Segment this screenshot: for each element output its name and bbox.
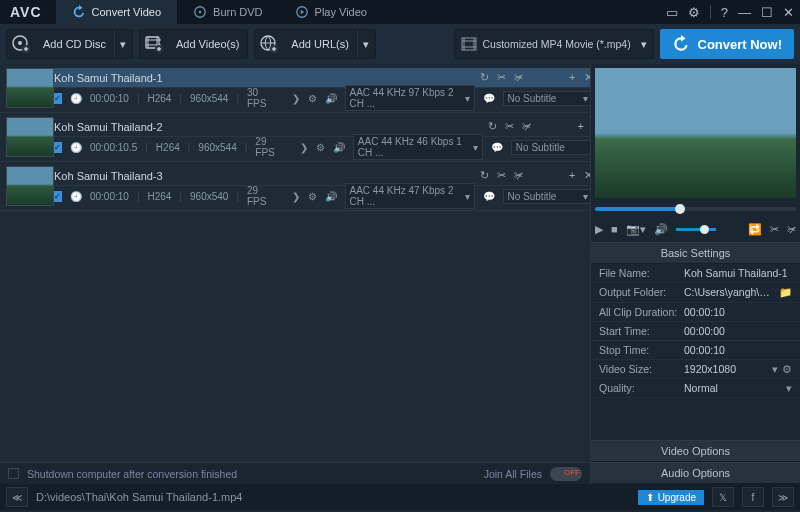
loop-icon[interactable]: ↻ <box>480 169 489 182</box>
trim-icon[interactable]: ✂̷ <box>787 223 796 236</box>
video-res: 960x544 <box>198 142 236 153</box>
help-icon[interactable]: ? <box>721 5 728 20</box>
video-size-select[interactable]: 1920x1080 <box>684 363 768 375</box>
effects-icon[interactable]: ✂̷ <box>514 169 523 182</box>
subtitle-select[interactable]: No Subtitle▾ <box>503 189 591 204</box>
subtitle-select[interactable]: No Subtitle▾ <box>511 140 590 155</box>
start-time-field[interactable]: 00:00:00 <box>684 325 792 337</box>
menu-icon[interactable]: ▭ <box>666 5 678 20</box>
cut-icon[interactable]: ✂ <box>497 71 506 84</box>
audio-track-select[interactable]: AAC 44 KHz 46 Kbps 1 CH ...▾ <box>353 134 483 160</box>
output-folder-field[interactable]: C:\Users\yangh\Videos... <box>684 286 775 299</box>
chevron-down-icon[interactable]: ▾ <box>772 363 778 375</box>
cut-icon[interactable]: ✂ <box>770 223 779 236</box>
video-codec: H264 <box>148 191 172 202</box>
tune-icon[interactable]: ⚙ <box>316 142 325 153</box>
list-item[interactable]: Koh Samui Thailand-2 ↻ ✂ ✂̷ + ✕ ✓ 🕘 <box>0 113 590 162</box>
facebook-icon[interactable]: f <box>742 487 764 507</box>
folder-icon[interactable]: 📁 <box>779 286 792 299</box>
next-button[interactable]: ≫ <box>772 487 794 507</box>
checkbox[interactable]: ✓ <box>54 142 62 153</box>
upgrade-button[interactable]: ⬆Upgrade <box>638 490 704 505</box>
add-cd-disc-button[interactable]: Add CD Disc ▾ <box>6 29 133 59</box>
film-icon <box>461 36 477 52</box>
audio-track-select[interactable]: AAC 44 KHz 47 Kbps 2 CH ...▾ <box>345 183 475 209</box>
play-icon[interactable]: ▶ <box>595 223 603 236</box>
output-profile-select[interactable]: Customized MP4 Movie (*.mp4) ▾ <box>454 29 654 59</box>
prop-key: File Name: <box>599 267 684 279</box>
video-fps: 30 FPS <box>247 87 271 109</box>
prop-key: Start Time: <box>599 325 684 337</box>
add-videos-button[interactable]: Add Video(s) <box>139 29 248 59</box>
expand-icon[interactable]: ❯ <box>292 191 300 202</box>
video-options-button[interactable]: Video Options <box>591 440 800 462</box>
prop-key: Video Size: <box>599 363 684 375</box>
tab-convert-video[interactable]: Convert Video <box>56 0 178 24</box>
loop-icon[interactable]: ↻ <box>480 71 489 84</box>
shutdown-label: Shutdown computer after conversion finis… <box>27 468 237 480</box>
list-item[interactable]: Koh Samui Thailand-1 ↻ ✂ ✂̷ + ✕ ✓ 🕘 <box>0 64 590 113</box>
seek-bar[interactable] <box>595 202 796 216</box>
loop-icon[interactable]: 🔁 <box>748 223 762 236</box>
cut-icon[interactable]: ✂ <box>505 120 514 133</box>
loop-icon[interactable]: ↻ <box>488 120 497 133</box>
add-icon[interactable]: + <box>577 120 583 133</box>
snapshot-icon[interactable]: 📷▾ <box>626 223 646 236</box>
video-res: 960x544 <box>190 93 228 104</box>
chevron-down-icon[interactable]: ▾ <box>357 30 375 58</box>
upload-icon: ⬆ <box>646 492 654 503</box>
button-label: Add URL(s) <box>283 38 356 50</box>
effects-icon[interactable]: ✂̷ <box>522 120 531 133</box>
twitter-icon[interactable]: 𝕏 <box>712 487 734 507</box>
prop-key: Quality: <box>599 382 684 394</box>
tab-burn-dvd[interactable]: Burn DVD <box>177 0 279 24</box>
thumbnail <box>6 68 54 108</box>
main-toolbar: Add CD Disc ▾ Add Video(s) Add URL(s) ▾ … <box>0 24 800 64</box>
stop-time-field[interactable]: 00:00:10 <box>684 344 792 356</box>
add-icon[interactable]: + <box>569 169 575 182</box>
tab-play-video[interactable]: Play Video <box>279 0 383 24</box>
quality-select[interactable]: Normal <box>684 382 782 394</box>
gear-icon[interactable]: ⚙ <box>782 363 792 375</box>
volume-icon[interactable]: 🔊 <box>654 223 668 236</box>
tab-label: Burn DVD <box>213 6 263 18</box>
globe-plus-icon <box>255 34 283 54</box>
disc-plus-icon <box>7 34 35 54</box>
shutdown-checkbox[interactable] <box>8 468 19 479</box>
volume-slider[interactable] <box>676 228 716 231</box>
close-icon[interactable]: ✕ <box>783 5 794 20</box>
add-icon[interactable]: + <box>569 71 575 84</box>
expand-icon[interactable]: ❯ <box>292 93 300 104</box>
duration: 00:00:10 <box>90 191 129 202</box>
subtitle-select[interactable]: No Subtitle▾ <box>503 91 591 106</box>
basic-settings: File Name:Koh Samui Thailand-1 Output Fo… <box>591 264 800 398</box>
join-files-toggle[interactable] <box>550 467 582 481</box>
refresh-icon <box>672 35 690 53</box>
separator <box>710 5 711 19</box>
checkbox[interactable]: ✓ <box>54 191 62 202</box>
cut-icon[interactable]: ✂ <box>497 169 506 182</box>
maximize-icon[interactable]: ☐ <box>761 5 773 20</box>
duration: 00:00:10 <box>90 93 129 104</box>
stop-icon[interactable]: ■ <box>611 223 618 235</box>
audio-options-button[interactable]: Audio Options <box>591 462 800 484</box>
effects-icon[interactable]: ✂̷ <box>514 71 523 84</box>
expand-icon[interactable]: ❯ <box>300 142 308 153</box>
audio-track-select[interactable]: AAC 44 KHz 97 Kbps 2 CH ...▾ <box>345 85 475 111</box>
tune-icon[interactable]: ⚙ <box>308 191 317 202</box>
chevron-down-icon[interactable]: ▾ <box>786 382 792 394</box>
prop-key: Output Folder: <box>599 286 684 299</box>
prev-button[interactable]: ≪ <box>6 487 28 507</box>
list-item[interactable]: Koh Samui Thailand-3 ↻ ✂ ✂̷ + ✕ ✓ 🕘 <box>0 162 590 211</box>
chevron-down-icon[interactable]: ▾ <box>114 30 132 58</box>
tune-icon[interactable]: ⚙ <box>308 93 317 104</box>
settings-icon[interactable]: ⚙ <box>688 5 700 20</box>
checkbox[interactable]: ✓ <box>54 93 62 104</box>
clock-icon: 🕘 <box>70 93 82 104</box>
basic-settings-header: Basic Settings <box>591 242 800 264</box>
convert-now-button[interactable]: Convert Now! <box>660 29 795 59</box>
minimize-icon[interactable]: — <box>738 5 751 20</box>
side-panel: ▶ ■ 📷▾ 🔊 🔁 ✂ ✂̷ Basic Settings File Name… <box>590 64 800 484</box>
file-name-field[interactable]: Koh Samui Thailand-1 <box>684 267 792 279</box>
add-urls-button[interactable]: Add URL(s) ▾ <box>254 29 375 59</box>
